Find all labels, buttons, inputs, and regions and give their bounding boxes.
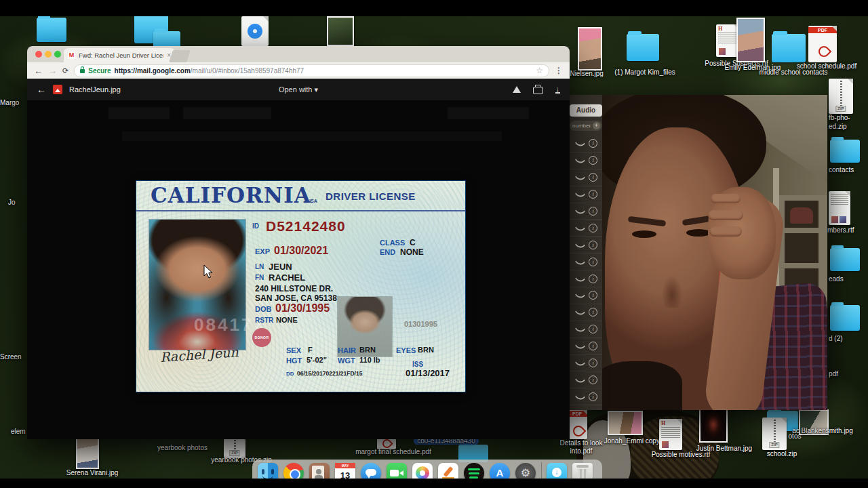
- phone-icon[interactable]: [575, 138, 585, 148]
- info-icon[interactable]: i: [589, 173, 597, 182]
- info-icon[interactable]: i: [589, 359, 597, 367]
- facetime-call-row[interactable]: i: [568, 388, 602, 405]
- desktop-photo-justin[interactable]: [699, 409, 728, 443]
- info-icon[interactable]: i: [589, 241, 597, 249]
- facetime-call-row[interactable]: i: [568, 355, 602, 372]
- info-icon[interactable]: i: [589, 342, 597, 350]
- desktop-folder[interactable]: [830, 305, 860, 331]
- forward-icon[interactable]: →: [48, 66, 57, 75]
- facetime-call-row[interactable]: i: [568, 237, 602, 253]
- phone-icon[interactable]: [575, 341, 585, 351]
- back-icon[interactable]: ←: [34, 66, 43, 75]
- desktop-photo-jonah[interactable]: [608, 411, 643, 435]
- file-label[interactable]: Jo: [8, 199, 28, 207]
- phone-icon[interactable]: [575, 392, 585, 402]
- viewer-back-icon[interactable]: ←: [37, 84, 46, 95]
- add-contact-button[interactable]: +: [593, 122, 600, 129]
- address-bar[interactable]: Secure https://mail.google.com/mail/u/0/…: [74, 64, 549, 77]
- desktop-pdf-school-schedule[interactable]: PDF: [808, 26, 837, 62]
- facetime-call-row[interactable]: i: [568, 338, 602, 355]
- facetime-call-row[interactable]: i: [568, 253, 602, 270]
- info-icon[interactable]: i: [589, 375, 597, 384]
- facetime-call-row[interactable]: i: [568, 371, 602, 388]
- phone-icon[interactable]: [575, 324, 585, 334]
- desktop-photo-file[interactable]: [327, 16, 354, 46]
- info-icon[interactable]: i: [589, 291, 597, 300]
- desktop-folder-margot-files[interactable]: [627, 34, 659, 61]
- desktop-pdf-details[interactable]: PDF: [567, 409, 587, 439]
- phone-icon[interactable]: [575, 189, 585, 199]
- phone-icon[interactable]: [575, 307, 585, 317]
- info-icon[interactable]: i: [589, 139, 597, 148]
- facetime-call-row[interactable]: i: [568, 321, 602, 338]
- phone-icon[interactable]: [575, 358, 585, 368]
- desktop-folder[interactable]: [830, 140, 860, 163]
- new-tab-button[interactable]: [169, 50, 191, 62]
- file-label[interactable]: fb-pho-: [829, 114, 868, 122]
- minimize-window-button[interactable]: [45, 51, 52, 58]
- file-label[interactable]: school schedule.pdf: [785, 62, 868, 70]
- close-window-button[interactable]: [35, 51, 42, 58]
- desktop-folder[interactable]: [37, 18, 66, 42]
- zoom-window-button[interactable]: [54, 51, 61, 58]
- file-label[interactable]: pdf: [829, 370, 868, 378]
- browser-tab[interactable]: M Fwd: Rachel Jeun Driver Licens ×: [64, 48, 175, 62]
- file-label[interactable]: into.pdf: [560, 447, 602, 455]
- info-icon[interactable]: i: [589, 308, 597, 317]
- facetime-call-row[interactable]: i: [568, 186, 602, 203]
- download-icon[interactable]: ↓: [555, 85, 561, 94]
- desktop-rtf-numbers[interactable]: [829, 191, 850, 225]
- browser-menu-icon[interactable]: ⋮: [555, 66, 563, 75]
- info-icon[interactable]: i: [589, 258, 597, 266]
- info-icon[interactable]: i: [589, 274, 597, 283]
- info-icon[interactable]: i: [589, 392, 597, 401]
- file-label[interactable]: Justin Bettman.jpg: [684, 445, 765, 453]
- file-label[interactable]: Serena Virani.jpg: [45, 469, 140, 477]
- phone-icon[interactable]: [575, 223, 585, 233]
- phone-icon[interactable]: [575, 375, 585, 385]
- phone-icon[interactable]: [575, 240, 585, 250]
- file-label[interactable]: school.zip: [758, 450, 806, 458]
- desktop-rtf-suspects[interactable]: H: [716, 24, 739, 57]
- phone-icon[interactable]: [575, 273, 585, 283]
- facetime-call-row[interactable]: i: [568, 169, 602, 186]
- phone-icon[interactable]: [575, 290, 585, 300]
- tab-audio[interactable]: Audio: [570, 104, 602, 117]
- facetime-call-row[interactable]: i: [568, 152, 602, 169]
- add-to-drive-icon[interactable]: [513, 86, 521, 93]
- info-icon[interactable]: i: [589, 156, 597, 165]
- file-label[interactable]: ed.zip: [829, 123, 868, 131]
- facetime-call-row[interactable]: i: [568, 304, 602, 321]
- desktop-folder[interactable]: [830, 248, 860, 271]
- desktop-zip-fbphotos[interactable]: ZIP: [829, 79, 853, 114]
- phone-icon[interactable]: [575, 155, 585, 165]
- file-label[interactable]: d (2): [829, 335, 868, 343]
- facetime-search-input[interactable]: number +: [570, 121, 602, 131]
- file-label[interactable]: yearbook photos: [152, 444, 213, 452]
- phone-icon[interactable]: [575, 172, 585, 182]
- info-icon[interactable]: i: [589, 224, 597, 232]
- reload-icon[interactable]: ⟳: [62, 67, 68, 75]
- desktop-photo-emily[interactable]: [736, 18, 765, 62]
- desktop-webloc-file[interactable]: [241, 16, 269, 46]
- open-with-button[interactable]: Open with ▾: [279, 85, 318, 94]
- file-label[interactable]: (1) Margot Kim_files: [601, 68, 689, 77]
- info-icon[interactable]: i: [589, 207, 597, 216]
- facetime-video[interactable]: [602, 95, 827, 410]
- facetime-call-row[interactable]: i: [568, 136, 602, 152]
- phone-icon[interactable]: [575, 206, 585, 216]
- desktop-rtf-motives[interactable]: H: [659, 419, 682, 450]
- desktop-photo-serena[interactable]: [76, 438, 99, 469]
- info-icon[interactable]: i: [589, 325, 597, 333]
- file-label[interactable]: ac Blankensmith.jpg: [777, 427, 868, 435]
- facetime-call-row[interactable]: i: [568, 220, 602, 237]
- bookmark-star-icon[interactable]: ☆: [536, 66, 543, 75]
- facetime-call-row[interactable]: i: [568, 203, 602, 220]
- facetime-call-row[interactable]: i: [568, 270, 602, 287]
- print-icon[interactable]: [533, 87, 543, 94]
- desktop-photo-abigail[interactable]: [578, 27, 602, 70]
- file-label[interactable]: eads: [829, 275, 868, 283]
- secure-badge[interactable]: Secure: [88, 67, 111, 75]
- info-icon[interactable]: i: [589, 190, 597, 199]
- desktop-folder-middle-school[interactable]: [772, 34, 806, 62]
